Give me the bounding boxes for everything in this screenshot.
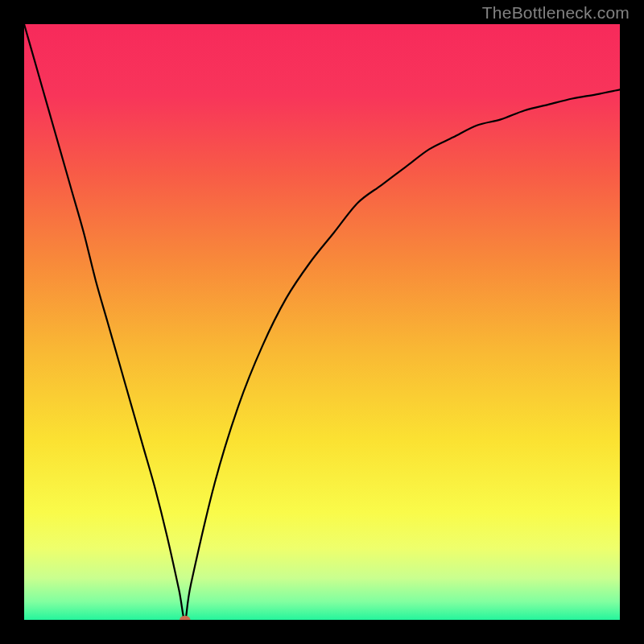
plot-area [24, 24, 620, 620]
chart-svg [24, 24, 620, 620]
gradient-background [24, 24, 620, 620]
watermark-text: TheBottleneck.com [482, 3, 630, 23]
chart-container: TheBottleneck.com [0, 0, 644, 644]
